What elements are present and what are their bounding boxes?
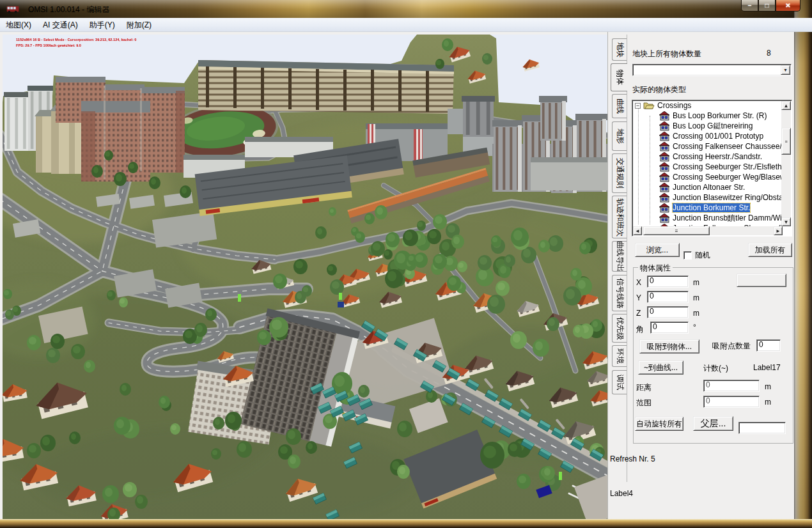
svg-text:FPS: 29.7 - FPS 100fach gewich: FPS: 29.7 - FPS 100fach gewichtet: 9.0 [16,43,81,47]
svg-text:1152x864 16 B - Select Mode -: 1152x864 16 B - Select Mode - Cursorposi… [16,38,136,42]
